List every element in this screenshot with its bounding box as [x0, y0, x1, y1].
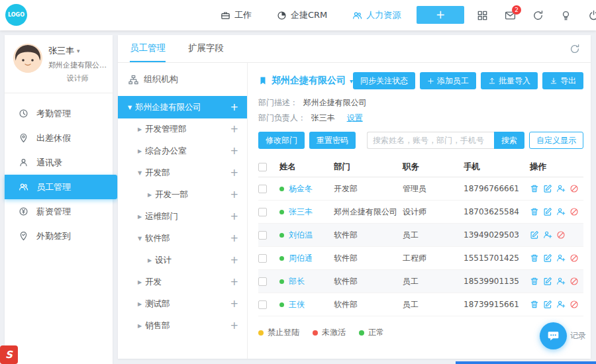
tree-node[interactable]: ▶销售部+ — [118, 315, 247, 337]
disable-icon[interactable] — [570, 300, 579, 309]
user-avatar[interactable] — [13, 44, 42, 73]
assign-icon[interactable] — [556, 207, 566, 216]
lightbulb-icon[interactable] — [560, 10, 571, 21]
tree-collapse-arrow-icon[interactable]: ▶ — [134, 148, 145, 154]
tree-expand-arrow-icon[interactable]: ▼ — [124, 105, 135, 111]
dock-app-icon[interactable]: S — [0, 345, 18, 364]
edit-icon[interactable] — [543, 277, 552, 286]
tree-node[interactable]: ▶运维部门+ — [118, 206, 247, 228]
edit-icon[interactable] — [543, 253, 552, 263]
delete-icon[interactable] — [530, 207, 539, 216]
power-icon[interactable] — [588, 10, 596, 21]
tree-node[interactable]: ▶测试部+ — [118, 293, 247, 315]
sidebar-item-contacts[interactable]: 通讯录 — [5, 150, 113, 175]
quick-add-button[interactable]: + — [417, 6, 464, 24]
reset-password-button[interactable]: 重置密码 — [309, 132, 356, 149]
table-row[interactable]: 杨金冬开发部管理员18796766661 — [258, 177, 583, 201]
row-checkbox[interactable] — [258, 185, 267, 193]
row-checkbox[interactable] — [258, 277, 267, 286]
apps-grid-icon[interactable] — [477, 10, 488, 21]
delete-icon[interactable] — [530, 184, 539, 193]
tree-collapse-arrow-icon[interactable]: ▶ — [134, 126, 145, 132]
search-button[interactable]: 搜索 — [494, 132, 524, 149]
topnav-item-hr[interactable]: 人力资源 — [352, 9, 401, 21]
add-subdept-icon[interactable]: + — [230, 255, 238, 265]
add-subdept-icon[interactable]: + — [230, 124, 238, 134]
edit-icon[interactable] — [543, 184, 552, 193]
tree-node[interactable]: ▶开发一部+ — [118, 184, 247, 206]
table-row[interactable]: 周伯通软件部工程师15515701425 — [258, 247, 583, 270]
table-row[interactable]: 刘伯温软件部员工13949029503 — [258, 224, 583, 247]
add-subdept-icon[interactable]: + — [230, 190, 238, 200]
disable-icon[interactable] — [570, 184, 579, 193]
tab-1[interactable]: 扩展字段 — [188, 35, 224, 62]
select-all-checkbox[interactable] — [258, 163, 267, 171]
add-subdept-icon[interactable]: + — [230, 103, 238, 113]
delete-icon[interactable] — [530, 300, 539, 309]
app-logo[interactable]: LOGO — [5, 4, 27, 26]
tab-0[interactable]: 员工管理 — [130, 35, 166, 62]
disable-icon[interactable] — [556, 230, 566, 240]
employee-name-link[interactable]: 杨金冬 — [289, 183, 313, 195]
disable-icon[interactable] — [570, 253, 579, 263]
employee-name-link[interactable]: 王侠 — [289, 299, 305, 310]
export-button[interactable]: 导出 — [542, 72, 583, 89]
table-row[interactable]: 张三丰郑州企捷有限公司设计师18703625584 — [258, 201, 583, 224]
delete-icon[interactable] — [530, 277, 539, 286]
row-checkbox[interactable] — [258, 300, 267, 309]
tree-collapse-arrow-icon[interactable]: ▶ — [134, 279, 145, 285]
assign-icon[interactable] — [556, 300, 566, 309]
assign-icon[interactable] — [543, 230, 552, 240]
table-row[interactable]: 部长软件部员工18539901135 — [258, 270, 583, 293]
row-checkbox[interactable] — [258, 231, 267, 240]
employee-name-link[interactable]: 部长 — [289, 276, 305, 287]
add-subdept-icon[interactable]: + — [230, 212, 238, 222]
row-checkbox[interactable] — [258, 254, 267, 263]
sidebar-item-leave[interactable]: 出差休假 — [5, 126, 113, 150]
add-subdept-icon[interactable]: + — [230, 299, 238, 309]
tree-node[interactable]: ▶综合办公室+ — [118, 140, 247, 162]
sidebar-item-salary[interactable]: 薪资管理 — [5, 199, 113, 224]
employee-name-link[interactable]: 刘伯温 — [289, 230, 313, 241]
sidebar-item-checkin[interactable]: 外勤签到 — [5, 224, 113, 248]
table-row[interactable]: 王侠软件部员工18739915661 — [258, 293, 583, 316]
tree-node[interactable]: ▼郑州企捷有限公司+ — [118, 96, 247, 118]
tree-node[interactable]: ▶设计+ — [118, 250, 247, 271]
topnav-item-crm[interactable]: 企捷CRM — [277, 9, 327, 21]
refresh-icon[interactable] — [532, 10, 544, 21]
topnav-item-work[interactable]: 工作 — [221, 9, 252, 21]
add-subdept-icon[interactable]: + — [230, 321, 238, 331]
disable-icon[interactable] — [570, 277, 579, 286]
tree-node[interactable]: ▼开发部+ — [118, 162, 247, 184]
employee-name-link[interactable]: 张三丰 — [289, 206, 313, 218]
delete-icon[interactable] — [530, 253, 539, 263]
user-name-dropdown[interactable]: 张三丰 ▾ — [48, 45, 107, 57]
tree-expand-arrow-icon[interactable]: ▼ — [134, 236, 145, 242]
mail-icon[interactable]: 2 — [505, 10, 516, 21]
row-checkbox[interactable] — [258, 208, 267, 216]
edit-icon[interactable] — [543, 300, 552, 309]
assign-icon[interactable] — [556, 277, 566, 286]
tree-collapse-arrow-icon[interactable]: ▶ — [134, 301, 145, 307]
edit-icon[interactable] — [530, 230, 539, 240]
modify-dept-button[interactable]: 修改部门 — [258, 132, 305, 149]
add-subdept-icon[interactable]: + — [230, 168, 238, 178]
edit-icon[interactable] — [543, 207, 552, 216]
add-subdept-icon[interactable]: + — [230, 146, 238, 156]
tree-node[interactable]: ▶开发管理部+ — [118, 118, 247, 140]
tree-expand-arrow-icon[interactable]: ▼ — [134, 170, 145, 176]
add-subdept-icon[interactable]: + — [230, 277, 238, 287]
search-input[interactable] — [367, 132, 494, 149]
tree-collapse-arrow-icon[interactable]: ▶ — [144, 257, 155, 263]
batch-import-button[interactable]: 批量导入 — [481, 72, 538, 89]
tree-collapse-arrow-icon[interactable]: ▶ — [134, 323, 145, 329]
tree-node[interactable]: ▶开发+ — [118, 271, 247, 293]
sidebar-item-attendance[interactable]: 考勤管理 — [5, 101, 113, 126]
disable-icon[interactable] — [570, 207, 579, 216]
tree-node[interactable]: ▼软件部+ — [118, 228, 247, 250]
add-subdept-icon[interactable]: + — [230, 234, 238, 244]
tree-collapse-arrow-icon[interactable]: ▶ — [134, 214, 145, 220]
refresh-icon[interactable] — [570, 44, 580, 54]
assign-icon[interactable] — [556, 184, 566, 193]
assign-icon[interactable] — [556, 253, 566, 263]
